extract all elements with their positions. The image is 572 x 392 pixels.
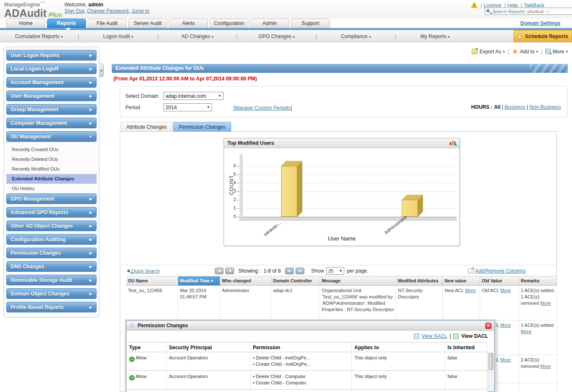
permission-row[interactable]: ✓AllowAccount Operators• Delete Child - … [127,371,487,389]
sidebar-group-computer-management[interactable]: Computer Management▶ [6,118,97,128]
more-link[interactable]: More [540,364,551,369]
column-header-domain-controller[interactable]: Domain Controller [271,276,320,285]
column-header-remarks[interactable]: Remarks [519,276,557,285]
popup-column-applies-to: Applies to [352,342,445,352]
chart-gridline [243,174,456,175]
column-header-new-value[interactable]: New value [443,276,480,285]
subnav-gpo-changes[interactable]: GPO Changes ▾ [238,33,315,39]
view-sacl-link[interactable]: View SACL [422,333,447,339]
search-input[interactable] [492,8,572,14]
y-tick-label: 2 [229,197,236,202]
table-row[interactable]: Test_ou_123456Mar 20,2014 01:48:57 PMAdm… [126,286,557,320]
column-header-who-changed[interactable]: Who changed [220,276,271,285]
sidebar-group-advanced-gpo-reports[interactable]: Advanced GPO Reports▶ [6,207,97,218]
dacl-icon [453,334,459,339]
view-tab-attribute-changes[interactable]: Attribute Changes [121,122,172,132]
chart-type-icon[interactable]: + [450,140,457,146]
column-header-modified-time[interactable]: Modified Time ▾ [178,276,220,285]
domain-select[interactable]: adap.internal.com▼ [163,92,224,100]
subnav-cumulative-reports[interactable]: Cumulative Reports ▾ [0,33,78,39]
tab-alerts[interactable]: Alerts [169,19,208,28]
column-header-modified-attributes[interactable]: Modified Attributes [396,276,443,285]
add-to-button[interactable]: ★Add to▾ [512,47,538,55]
more-link[interactable]: More [465,288,476,293]
sidebar-group-user-logon-reports[interactable]: User Logon Reports▶ [6,50,97,61]
more-link[interactable]: More [500,357,511,362]
warning-icon[interactable] [471,2,478,8]
tab-support[interactable]: Support [291,19,330,28]
tab-home[interactable]: Home [6,19,45,28]
sidebar-item-extended-attribute-changes[interactable]: Extended Attribute Changes [6,174,97,184]
popup-scrollbar-thumb[interactable] [489,353,493,370]
prev-page-button[interactable]: ◀ [225,268,234,274]
sidebar-collapse-handle[interactable]: ◄ [99,63,104,77]
subnav-my-reports[interactable]: My Reports ▾ [396,33,474,39]
subnav-logon-audit[interactable]: Logon Audit ▾ [79,33,157,39]
report-title-bar: Extended Attribute Changes for OUs [112,64,568,73]
sidebar-item-recently-created-ous[interactable]: Recently Created OUs [6,145,97,155]
sidebar-group-dns-changes[interactable]: DNS Changes▶ [6,261,97,272]
tab-admin[interactable]: Admin [250,19,289,28]
sidebar-group-user-management[interactable]: User Management▶ [6,91,97,101]
sidebar-group-account-management[interactable]: Account Management▶ [6,77,97,88]
sidebar-group-permission-changes[interactable]: Permission Changes▶ [6,248,97,258]
permission-row[interactable]: ✓AllowAccount Operators• Delete Child - … [127,389,487,392]
domain-settings-link[interactable]: Domain Settings [520,20,561,26]
view-dacl-link[interactable]: View DACL [461,333,488,339]
tab-server-audit[interactable]: Server Audit [128,19,167,28]
first-page-button[interactable]: |◀ [215,268,224,274]
jump-to-link[interactable]: Jump to [131,8,149,14]
popup-close-button[interactable]: ✕ [485,323,492,329]
quick-search-link[interactable]: Quick Search [127,268,160,273]
report-title: Extended Attribute Changes for OUs [116,65,204,71]
more-link[interactable]: More [521,329,531,334]
sidebar-group-other-ad-object-changes[interactable]: Other AD Object Changes▶ [6,221,97,231]
column-header-old-value[interactable]: Old Value [480,276,519,285]
sidebar-group-configuration-auditing[interactable]: Configuration Auditing▶ [6,234,97,245]
column-header-message[interactable]: Message [320,276,396,285]
tab-file-audit[interactable]: File Audit [88,19,127,28]
permission-row[interactable]: ✓AllowAccount Operators• Delete Child - … [127,352,487,371]
popup-title-bar[interactable]: Permission Changes ✕ [127,321,494,331]
export-as-button[interactable]: Export As▾ [472,49,505,55]
more-button[interactable]: More▾ [545,49,568,55]
allow-check-icon: ✓ [129,356,135,362]
schedule-reports-button[interactable]: Schedule Reports [514,30,572,42]
subnav-ad-changes[interactable]: AD Changes ▾ [158,33,236,39]
sidebar-group-local-logon-logoff[interactable]: Local Logon-Logoff▶ [6,63,97,74]
hours-nonbusiness-link[interactable]: Non-Business [529,104,561,110]
bar-saravan-[interactable] [281,166,297,217]
subnav-compliance[interactable]: Compliance ▾ [317,33,395,39]
period-select[interactable]: 2014▼ [163,103,212,111]
page-size-select[interactable]: 25▼ [326,267,344,275]
hours-business-link[interactable]: Business [505,104,525,110]
add-remove-columns-link[interactable]: Add/Remove Columns [468,268,526,274]
sidebar-group-domain-object-changes[interactable]: Domain Object Changes▶ [6,288,97,299]
last-page-button[interactable]: ▶| [296,268,304,274]
change-password-link[interactable]: Change Password [87,8,128,14]
chart-axis-floor [239,217,457,221]
column-header-ou-name[interactable]: OU Name [126,276,178,285]
sidebar-item-ou-history[interactable]: OU History [6,184,97,193]
more-link[interactable]: More [540,301,551,306]
sidebar-item-recently-deleted-ous[interactable]: Recently Deleted OUs [6,155,97,164]
y-tick [237,200,239,200]
sidebar-group-group-management[interactable]: Group Management▶ [6,104,97,115]
sidebar-group-removable-storage-audit[interactable]: Removable Storage Audit▶ [6,275,97,285]
tab-reports[interactable]: Reports [47,19,86,28]
popup-scrollbar[interactable] [488,352,494,392]
sidebar-group-gpo-management[interactable]: GPO Management▶ [6,193,97,204]
sidebar-item-recently-modified-ous[interactable]: Recently Modified OUs [6,164,97,174]
manage-custom-periods-link[interactable]: [Manage Custom Periods] [233,105,292,111]
adaudit-plus-app: ManageEngine⌒ ADAudit Plus Welcome, admi… [0,0,572,392]
more-link[interactable]: More [500,323,511,328]
view-tab-permission-changes[interactable]: Permission Changes [173,122,231,132]
sign-out-link[interactable]: Sign Out [64,8,84,14]
cell-permission: • Delete Child - Group• Create Child - G… [250,389,352,392]
next-page-button[interactable]: ▶ [285,268,294,274]
tab-configuration[interactable]: Configuration [210,19,249,28]
more-link[interactable]: More [500,288,511,293]
sidebar-group-ou-management[interactable]: OU Management▼ [6,131,97,142]
cell-remarks: 1 ACE(s) added More [519,320,557,355]
sidebar-group-profile-based-reports[interactable]: Profile Based Reports▶ [6,302,97,312]
